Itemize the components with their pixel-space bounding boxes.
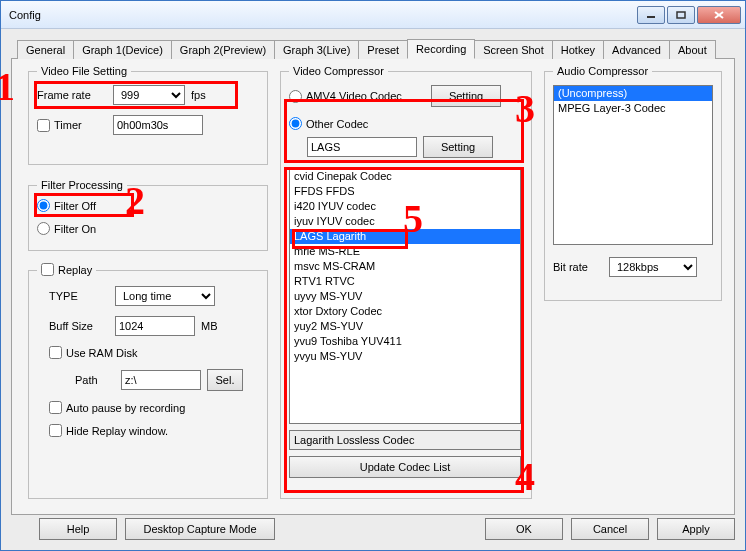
bitrate-label: Bit rate xyxy=(553,261,603,273)
amv4-radio[interactable]: AMV4 Video Codec xyxy=(289,90,425,103)
video-codec-item[interactable]: xtor Dxtory Codec xyxy=(290,304,520,319)
tab-recording[interactable]: Recording xyxy=(407,39,475,59)
other-codec-label: Other Codec xyxy=(306,118,368,130)
video-codec-item[interactable]: cvid Cinepak Codec xyxy=(290,169,520,184)
autopause-checkbox[interactable] xyxy=(49,401,62,414)
video-file-setting-legend: Video File Setting xyxy=(37,65,131,77)
video-codec-listbox[interactable]: cvid Cinepak CodecFFDS FFDSi420 IYUV cod… xyxy=(289,168,521,424)
video-compressor-legend: Video Compressor xyxy=(289,65,388,77)
filter-off-label: Filter Off xyxy=(54,200,96,212)
frame-rate-label: Frame rate xyxy=(37,89,107,101)
titlebar: Config xyxy=(1,1,745,29)
video-codec-item[interactable]: LAGS Lagarith xyxy=(290,229,520,244)
frame-rate-unit: fps xyxy=(191,89,206,101)
filter-off-radio[interactable]: Filter Off xyxy=(37,199,96,212)
tab-about[interactable]: About xyxy=(669,40,716,59)
video-compressor-group: Video Compressor AMV4 Video Codec Settin… xyxy=(280,65,532,499)
config-window: Config GeneralGraph 1(Device)Graph 2(Pre… xyxy=(0,0,746,551)
audio-codec-listbox[interactable]: (Uncompress)MPEG Layer-3 Codec xyxy=(553,85,713,245)
other-codec-input[interactable] xyxy=(289,117,302,130)
tab-advanced[interactable]: Advanced xyxy=(603,40,670,59)
tab-screen-shot[interactable]: Screen Shot xyxy=(474,40,553,59)
replay-buff-input[interactable] xyxy=(115,316,195,336)
replay-path-input[interactable] xyxy=(121,370,201,390)
hidewin-checkbox[interactable] xyxy=(49,424,62,437)
replay-label: Replay xyxy=(58,264,92,276)
video-codec-item[interactable]: iyuv IYUV codec xyxy=(290,214,520,229)
replay-buff-label: Buff Size xyxy=(49,320,109,332)
minimize-button[interactable] xyxy=(637,6,665,24)
tab-general[interactable]: General xyxy=(17,40,74,59)
ramdisk-check[interactable]: Use RAM Disk xyxy=(49,346,138,359)
close-button[interactable] xyxy=(697,6,741,24)
hidewin-label: Hide Replay window. xyxy=(66,425,168,437)
video-codec-item[interactable]: uyvy MS-YUV xyxy=(290,289,520,304)
video-codec-item[interactable]: mrle MS-RLE xyxy=(290,244,520,259)
replay-type-label: TYPE xyxy=(49,290,109,302)
tabstrip: GeneralGraph 1(Device)Graph 2(Preview)Gr… xyxy=(11,37,735,59)
amv4-setting-button[interactable]: Setting xyxy=(431,85,501,107)
other-codec-value[interactable] xyxy=(307,137,417,157)
timer-check[interactable]: Timer xyxy=(37,119,107,132)
tab-graph-3-live-[interactable]: Graph 3(Live) xyxy=(274,40,359,59)
bottom-bar: Help Desktop Capture Mode OK Cancel Appl… xyxy=(11,514,735,544)
window-title: Config xyxy=(9,9,637,21)
audio-compressor-legend: Audio Compressor xyxy=(553,65,652,77)
tab-preset[interactable]: Preset xyxy=(358,40,408,59)
bitrate-select[interactable]: 128kbps xyxy=(609,257,697,277)
filter-processing-legend: Filter Processing xyxy=(37,179,127,191)
replay-buff-unit: MB xyxy=(201,320,218,332)
audio-compressor-group: Audio Compressor (Uncompress)MPEG Layer-… xyxy=(544,65,722,301)
replay-checkbox[interactable] xyxy=(41,263,54,276)
apply-button[interactable]: Apply xyxy=(657,518,735,540)
window-buttons xyxy=(637,6,741,24)
cancel-button[interactable]: Cancel xyxy=(571,518,649,540)
update-codec-button[interactable]: Update Codec List xyxy=(289,456,521,478)
timer-input[interactable] xyxy=(113,115,203,135)
ramdisk-checkbox[interactable] xyxy=(49,346,62,359)
replay-check[interactable]: Replay xyxy=(41,263,92,276)
video-codec-item[interactable]: msvc MS-CRAM xyxy=(290,259,520,274)
tab-graph-1-device-[interactable]: Graph 1(Device) xyxy=(73,40,172,59)
ramdisk-label: Use RAM Disk xyxy=(66,347,138,359)
other-codec-radio[interactable]: Other Codec xyxy=(289,117,368,130)
timer-checkbox[interactable] xyxy=(37,119,50,132)
selected-codec-name: Lagarith Lossless Codec xyxy=(289,430,521,450)
client-area: GeneralGraph 1(Device)Graph 2(Preview)Gr… xyxy=(1,29,745,550)
ok-button[interactable]: OK xyxy=(485,518,563,540)
path-select-button[interactable]: Sel. xyxy=(207,369,243,391)
svg-rect-1 xyxy=(677,12,685,18)
autopause-label: Auto pause by recording xyxy=(66,402,185,414)
other-setting-button[interactable]: Setting xyxy=(423,136,493,158)
video-codec-item[interactable]: RTV1 RTVC xyxy=(290,274,520,289)
amv4-label: AMV4 Video Codec xyxy=(306,90,402,102)
help-button[interactable]: Help xyxy=(39,518,117,540)
filter-processing-group: Filter Processing Filter Off Filter On xyxy=(28,179,268,251)
video-codec-item[interactable]: yvu9 Toshiba YUV411 xyxy=(290,334,520,349)
autopause-check[interactable]: Auto pause by recording xyxy=(49,401,185,414)
amv4-input[interactable] xyxy=(289,90,302,103)
replay-group: Replay TYPE Long time Buff Size MB Use R… xyxy=(28,263,268,499)
replay-path-label: Path xyxy=(75,374,115,386)
filter-on-input[interactable] xyxy=(37,222,50,235)
timer-label: Timer xyxy=(54,119,82,131)
filter-on-label: Filter On xyxy=(54,223,96,235)
frame-rate-select[interactable]: 999 xyxy=(113,85,185,105)
video-file-setting-group: Video File Setting Frame rate 999 fps Ti… xyxy=(28,65,268,165)
audio-codec-item[interactable]: MPEG Layer-3 Codec xyxy=(554,101,712,116)
desktop-capture-button[interactable]: Desktop Capture Mode xyxy=(125,518,275,540)
filter-off-input[interactable] xyxy=(37,199,50,212)
audio-codec-item[interactable]: (Uncompress) xyxy=(554,86,712,101)
tab-hotkey[interactable]: Hotkey xyxy=(552,40,604,59)
tab-graph-2-preview-[interactable]: Graph 2(Preview) xyxy=(171,40,275,59)
replay-type-select[interactable]: Long time xyxy=(115,286,215,306)
hidewin-check[interactable]: Hide Replay window. xyxy=(49,424,168,437)
video-codec-item[interactable]: yuy2 MS-YUV xyxy=(290,319,520,334)
video-codec-item[interactable]: yvyu MS-YUV xyxy=(290,349,520,364)
maximize-button[interactable] xyxy=(667,6,695,24)
filter-on-radio[interactable]: Filter On xyxy=(37,222,96,235)
recording-panel: Video File Setting Frame rate 999 fps Ti… xyxy=(11,59,735,515)
video-codec-item[interactable]: i420 IYUV codec xyxy=(290,199,520,214)
video-codec-item[interactable]: FFDS FFDS xyxy=(290,184,520,199)
replay-legend: Replay xyxy=(37,263,96,278)
